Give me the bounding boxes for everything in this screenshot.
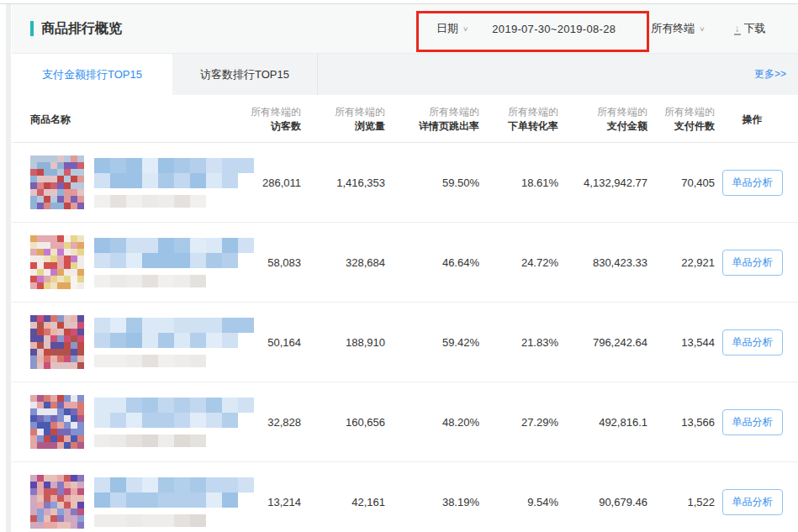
date-filter-dropdown[interactable]: 日期∨ xyxy=(436,21,468,36)
censor-pixel xyxy=(64,249,71,255)
column-metric-label: 访客数 xyxy=(230,119,301,134)
censor-pixel xyxy=(174,318,190,333)
censor-pixel xyxy=(64,495,71,502)
date-range-value[interactable]: 2019-07-30~2019-08-28 xyxy=(492,23,616,35)
censor-pixel xyxy=(57,155,64,162)
censor-pixel xyxy=(30,408,37,415)
censor-pixel xyxy=(94,238,110,253)
product-cell xyxy=(30,235,230,289)
censor-pixel xyxy=(50,342,57,349)
censor-pixel xyxy=(190,173,206,188)
censor-pixel xyxy=(50,442,57,449)
censor-pixel xyxy=(142,318,158,333)
censor-pixel xyxy=(37,482,44,488)
censor-pixel xyxy=(50,262,57,269)
censor-pixel xyxy=(71,176,77,182)
censor-pixel xyxy=(71,422,77,429)
product-thumbnail-censored[interactable] xyxy=(30,475,84,529)
product-thumbnail-censored[interactable] xyxy=(30,315,84,369)
header-controls: 日期∨ 2019-07-30~2019-08-28 所有终端∨ ↓下载 xyxy=(436,4,790,53)
censor-pixel xyxy=(30,203,37,209)
censor-pixel xyxy=(44,255,50,262)
censor-pixel xyxy=(37,282,44,289)
single-item-analysis-button[interactable]: 单品分析 xyxy=(722,409,783,435)
censor-pixel xyxy=(158,333,174,348)
censor-pixel xyxy=(64,203,71,209)
censor-pixel xyxy=(77,242,84,249)
censor-pixel xyxy=(44,329,50,335)
single-item-analysis-button[interactable]: 单品分析 xyxy=(722,489,783,515)
censor-pixel xyxy=(94,158,110,173)
censor-pixel xyxy=(77,402,84,408)
more-link[interactable]: 更多>> xyxy=(754,54,798,95)
censor-pixel xyxy=(44,362,50,369)
product-subinfo-censored xyxy=(94,355,254,367)
product-thumbnail-censored[interactable] xyxy=(30,235,84,289)
censor-pixel xyxy=(44,269,50,276)
censor-pixel xyxy=(50,315,57,322)
download-button[interactable]: ↓下载 xyxy=(734,21,766,36)
censor-pixel xyxy=(77,329,84,335)
censor-pixel xyxy=(37,415,44,422)
censor-pixel xyxy=(37,356,44,362)
censor-pixel xyxy=(44,442,50,449)
censor-pixel xyxy=(71,402,77,408)
censor-pixel xyxy=(64,242,71,249)
censor-pixel xyxy=(71,255,77,262)
censor-pixel xyxy=(57,356,64,362)
censor-pixel xyxy=(158,275,174,287)
censor-pixel xyxy=(57,515,64,522)
censor-pixel xyxy=(158,173,174,188)
censor-pixel xyxy=(71,502,77,508)
censor-pixel xyxy=(71,196,77,203)
censor-pixel xyxy=(174,514,190,527)
single-item-analysis-button[interactable]: 单品分析 xyxy=(722,250,783,276)
metric-bounce-rate: 48.20% xyxy=(385,416,479,429)
single-item-analysis-button[interactable]: 单品分析 xyxy=(722,170,783,196)
column-metric-0: 所有终端的访客数 xyxy=(230,105,301,134)
download-icon: ↓ xyxy=(734,24,741,35)
censor-pixel xyxy=(110,333,126,348)
censor-pixel xyxy=(30,429,37,435)
censor-pixel xyxy=(142,253,158,268)
censor-pixel xyxy=(30,196,37,203)
metric-conversion-rate: 24.72% xyxy=(479,256,558,269)
censor-pixel xyxy=(206,333,222,348)
censor-pixel xyxy=(71,522,77,529)
product-thumbnail-censored[interactable] xyxy=(30,395,84,449)
censor-pixel xyxy=(142,355,158,367)
censor-pixel xyxy=(77,422,84,429)
censor-pixel xyxy=(64,169,71,176)
panel-header: 商品排行概览 日期∨ 2019-07-30~2019-08-28 所有终端∨ ↓… xyxy=(12,4,798,54)
censor-pixel xyxy=(64,356,71,362)
censor-pixel xyxy=(30,329,37,335)
metric-payment-items: 1,522 xyxy=(647,496,715,508)
censor-pixel xyxy=(37,276,44,282)
censor-pixel xyxy=(57,429,64,435)
censor-pixel xyxy=(44,515,50,522)
date-filter-label: 日期 xyxy=(436,22,458,34)
product-thumbnail-censored[interactable] xyxy=(30,155,84,209)
censor-pixel xyxy=(174,477,190,492)
censor-pixel xyxy=(44,522,50,529)
censor-pixel xyxy=(77,349,84,356)
tab-visitor-count-ranking[interactable]: 访客数排行TOP15 xyxy=(172,54,318,95)
censor-pixel xyxy=(94,195,110,208)
tab-payment-amount-ranking[interactable]: 支付金额排行TOP15 xyxy=(12,54,172,95)
terminal-filter-dropdown[interactable]: 所有终端∨ xyxy=(651,21,705,36)
censor-pixel xyxy=(44,508,50,515)
censor-pixel xyxy=(50,329,57,335)
censor-pixel xyxy=(71,269,77,276)
censor-pixel xyxy=(57,342,64,349)
censor-pixel xyxy=(30,162,37,169)
censor-pixel xyxy=(77,442,84,449)
censor-pixel xyxy=(44,242,50,249)
censor-pixel xyxy=(64,482,71,488)
censor-pixel xyxy=(57,269,64,276)
product-cell xyxy=(30,475,230,529)
censor-pixel xyxy=(142,398,158,413)
column-group-label: 所有终端的 xyxy=(385,105,479,119)
product-ranking-panel: 商品排行概览 日期∨ 2019-07-30~2019-08-28 所有终端∨ ↓… xyxy=(12,4,798,532)
censor-pixel xyxy=(158,413,174,428)
single-item-analysis-button[interactable]: 单品分析 xyxy=(722,329,783,356)
